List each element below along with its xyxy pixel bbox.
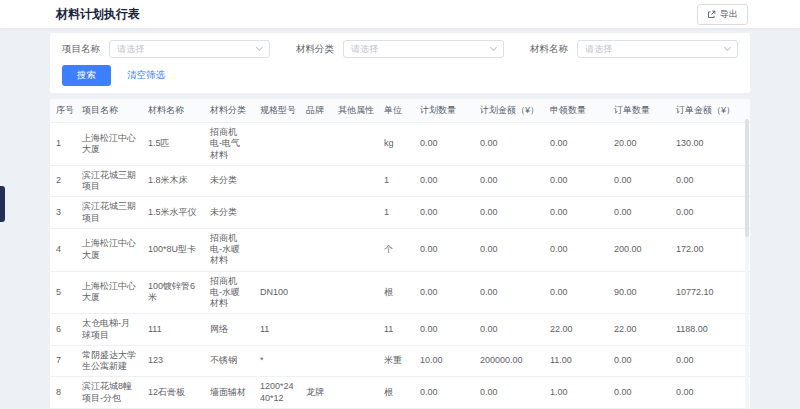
table-cell: 12石膏板 xyxy=(142,377,204,409)
export-icon xyxy=(707,10,716,19)
materials-table: 序号项目名称材料名称材料分类规格型号品牌其他属性单位计划数量计划金额（¥）申领数… xyxy=(50,99,750,409)
table-cell xyxy=(332,165,378,197)
table-cell xyxy=(254,197,300,229)
table-cell: 0.00 xyxy=(544,197,608,229)
vertical-scrollbar[interactable] xyxy=(745,119,749,409)
table-header: 序号项目名称材料名称材料分类规格型号品牌其他属性单位计划数量计划金额（¥）申领数… xyxy=(50,99,750,123)
column-header: 材料名称 xyxy=(142,99,204,123)
table-cell: 200000.00 xyxy=(474,345,544,377)
table-cell: 100*8U型卡 xyxy=(142,228,204,271)
table-row: 4上海松江中心大厦100*8U型卡招商机电-水暖材料个0.000.000.002… xyxy=(50,228,750,271)
table-cell: 根 xyxy=(378,271,414,314)
table-cell xyxy=(300,165,332,197)
table-cell: 1 xyxy=(378,165,414,197)
export-label: 导出 xyxy=(720,8,738,21)
table-cell: 11 xyxy=(254,314,300,346)
vertical-scrollbar-thumb[interactable] xyxy=(745,119,749,237)
table-cell: 6 xyxy=(50,314,76,346)
table-cell: 0.00 xyxy=(474,271,544,314)
column-header: 品牌 xyxy=(300,99,332,123)
table-cell: 0.00 xyxy=(608,377,670,409)
table-cell: 0.00 xyxy=(670,345,750,377)
table-cell: 20.00 xyxy=(608,123,670,166)
table-row: 5上海松江中心大厦100镀锌管6米招商机电-水暖材料DN100根0.000.00… xyxy=(50,271,750,314)
column-header: 计划金额（¥） xyxy=(474,99,544,123)
table-row: 7常阴盛达大学生公寓新建123不锈钢*米重10.00200000.0011.00… xyxy=(50,345,750,377)
project-name-select[interactable]: 请选择 xyxy=(109,40,270,58)
table-cell: 3 xyxy=(50,197,76,229)
table-cell: 未分类 xyxy=(204,197,254,229)
table-row: 8滨江花城8幢项目-分包12石膏板墙面辅材1200*2440*12龙牌根0.00… xyxy=(50,377,750,409)
column-header: 序号 xyxy=(50,99,76,123)
table-cell: 0.00 xyxy=(414,314,474,346)
table-cell: 0.00 xyxy=(414,228,474,271)
table-cell: 0.00 xyxy=(608,197,670,229)
chevron-down-icon xyxy=(724,44,731,51)
table-cell: 11.00 xyxy=(544,345,608,377)
table-cell: 22.00 xyxy=(608,314,670,346)
table-cell: 10.00 xyxy=(414,345,474,377)
table-cell: 0.00 xyxy=(474,377,544,409)
search-button[interactable]: 搜索 xyxy=(62,65,111,86)
column-header: 单位 xyxy=(378,99,414,123)
table-cell: 0.00 xyxy=(670,197,750,229)
table-cell: 4 xyxy=(50,228,76,271)
export-button[interactable]: 导出 xyxy=(697,4,748,25)
table-cell: 8 xyxy=(50,377,76,409)
column-header: 其他属性 xyxy=(332,99,378,123)
table-cell: 0.00 xyxy=(474,197,544,229)
table-cell: 1200*2440*12 xyxy=(254,377,300,409)
table-cell xyxy=(332,197,378,229)
top-bar: 材料计划执行表 导出 xyxy=(0,0,800,28)
table-cell: 0.00 xyxy=(544,123,608,166)
chevron-down-icon xyxy=(256,44,263,51)
table-cell: 1188.00 xyxy=(670,314,750,346)
table-cell: 10772.10 xyxy=(670,271,750,314)
table-cell: 网络 xyxy=(204,314,254,346)
table-cell: 200.00 xyxy=(608,228,670,271)
table-cell: 龙牌 xyxy=(300,377,332,409)
material-category-label: 材料分类 xyxy=(296,43,334,56)
page-title: 材料计划执行表 xyxy=(56,6,140,23)
table-cell: 招商机电-水暖材料 xyxy=(204,228,254,271)
table-cell: 22.00 xyxy=(544,314,608,346)
table-cell: 100镀锌管6米 xyxy=(142,271,204,314)
table-cell xyxy=(300,197,332,229)
table-cell: 未分类 xyxy=(204,165,254,197)
table-cell: DN100 xyxy=(254,271,300,314)
table-cell: 招商机电-水暖材料 xyxy=(204,271,254,314)
table-row: 2滨江花城三期项目1.8米木床未分类10.000.000.000.000.00 xyxy=(50,165,750,197)
project-name-placeholder: 请选择 xyxy=(117,43,144,56)
table-cell: 不锈钢 xyxy=(204,345,254,377)
table-row: 6太仓电梯-月球项目111网络11110.000.0022.0022.00118… xyxy=(50,314,750,346)
column-header: 材料分类 xyxy=(204,99,254,123)
sidebar-collapsed-handle[interactable] xyxy=(0,186,5,222)
table-cell: 111 xyxy=(142,314,204,346)
table-cell: 1 xyxy=(50,123,76,166)
table-cell xyxy=(254,228,300,271)
table-cell: 1.8米木床 xyxy=(142,165,204,197)
material-category-placeholder: 请选择 xyxy=(351,43,378,56)
table-cell: 2 xyxy=(50,165,76,197)
table-cell: 123 xyxy=(142,345,204,377)
material-category-select[interactable]: 请选择 xyxy=(343,40,504,58)
table-cell xyxy=(300,271,332,314)
table-cell: 0.00 xyxy=(544,165,608,197)
clear-filter-link[interactable]: 清空筛选 xyxy=(127,69,165,82)
table-cell: 0.00 xyxy=(670,377,750,409)
column-header: 申领数量 xyxy=(544,99,608,123)
table-cell: 1.5匹 xyxy=(142,123,204,166)
table-cell: 滨江花城三期项目 xyxy=(76,165,142,197)
filter-field-material: 材料名称 请选择 xyxy=(530,40,738,58)
material-name-placeholder: 请选择 xyxy=(585,43,612,56)
column-header: 订单数量 xyxy=(608,99,670,123)
chevron-down-icon xyxy=(490,44,497,51)
table-cell: 0.00 xyxy=(474,123,544,166)
table-cell: 个 xyxy=(378,228,414,271)
column-header: 订单金额（¥） xyxy=(670,99,750,123)
table-cell: 0.00 xyxy=(414,271,474,314)
material-name-input[interactable]: 请选择 xyxy=(577,40,738,58)
table-cell: 130.00 xyxy=(670,123,750,166)
table-cell xyxy=(300,314,332,346)
table-row: 1上海松江中心大厦1.5匹招商机电-电气材料kg0.000.000.0020.0… xyxy=(50,123,750,166)
